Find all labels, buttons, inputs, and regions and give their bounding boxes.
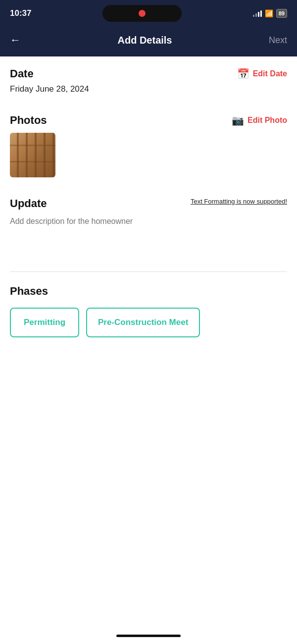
edit-photo-label: Edit Photo: [248, 116, 287, 125]
battery-icon: 89: [276, 9, 287, 18]
photos-section-title: Photos: [10, 114, 47, 127]
date-section-header: Date 📅 Edit Date: [10, 67, 287, 80]
photos-section: Photos 📷 Edit Photo: [0, 103, 297, 186]
date-value: Friday June 28, 2024: [10, 84, 287, 94]
signal-icon: [253, 10, 262, 17]
status-icons: 📶 89: [253, 9, 287, 18]
edit-date-label: Edit Date: [253, 69, 287, 78]
nav-bar: ← Add Details Next: [0, 27, 297, 56]
status-time: 10:37: [10, 8, 31, 18]
description-input[interactable]: [10, 217, 287, 257]
status-bar: 10:37 📶 89: [0, 0, 297, 27]
content-area: Date 📅 Edit Date Friday June 28, 2024 Ph…: [0, 56, 297, 347]
page-title: Add Details: [117, 35, 172, 46]
edit-date-button[interactable]: 📅 Edit Date: [237, 68, 287, 80]
recording-dot: [139, 10, 146, 17]
phase-chip-permitting[interactable]: Permitting: [10, 308, 79, 337]
photo-thumbnail[interactable]: [10, 133, 55, 177]
date-section: Date 📅 Edit Date Friday June 28, 2024: [0, 56, 297, 103]
phases-grid: Permitting Pre-Construction Meet: [10, 308, 287, 337]
phases-section: Phases Permitting Pre-Construction Meet: [0, 272, 297, 347]
calendar-icon: 📅: [237, 68, 249, 80]
formatting-link[interactable]: Text Formatting is now supported!: [191, 197, 287, 206]
update-header: Update Text Formatting is now supported!: [10, 197, 287, 210]
photos-section-header: Photos 📷 Edit Photo: [10, 114, 287, 127]
phases-section-title: Phases: [10, 285, 287, 298]
phase-chip-pre-construction[interactable]: Pre-Construction Meet: [86, 308, 200, 337]
edit-photo-button[interactable]: 📷 Edit Photo: [232, 114, 287, 126]
back-button[interactable]: ←: [10, 34, 21, 47]
home-indicator: [116, 635, 181, 637]
camera-icon: 📷: [232, 114, 244, 126]
update-section-title: Update: [10, 197, 47, 210]
recording-pill: [102, 5, 182, 22]
date-section-title: Date: [10, 67, 34, 80]
next-button[interactable]: Next: [269, 35, 287, 46]
wifi-icon: 📶: [265, 9, 273, 17]
update-section: Update Text Formatting is now supported!: [0, 186, 297, 264]
